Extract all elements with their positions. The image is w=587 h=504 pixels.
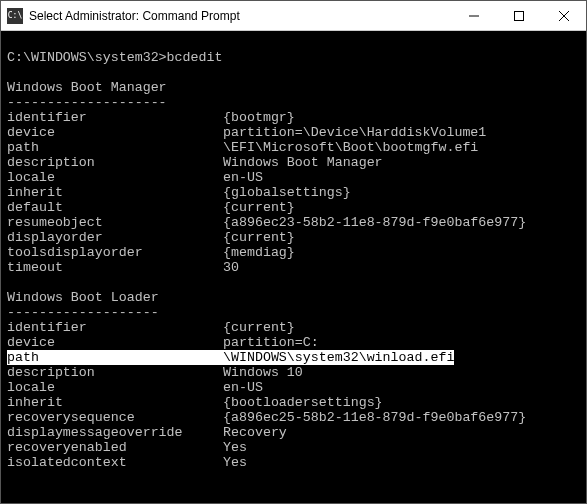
terminal-row: default{current} [7, 200, 580, 215]
row-value: {current} [223, 200, 295, 215]
row-value: en-US [223, 170, 263, 185]
row-key: locale [7, 380, 223, 395]
close-button[interactable] [541, 1, 586, 30]
terminal-row: displaymessageoverrideRecovery [7, 425, 580, 440]
minimize-icon [469, 11, 479, 21]
terminal-row: devicepartition=C: [7, 335, 580, 350]
terminal-blank-line [7, 275, 580, 290]
row-value: {globalsettings} [223, 185, 351, 200]
row-key: displayorder [7, 230, 223, 245]
terminal-line: ------------------- [7, 305, 580, 320]
row-value: {a896ec25-58b2-11e8-879d-f9e0baf6e977} [223, 410, 526, 425]
row-key: toolsdisplayorder [7, 245, 223, 260]
command-prompt-window: C:\ Select Administrator: Command Prompt… [0, 0, 587, 504]
row-value: Yes [223, 455, 247, 470]
svg-rect-1 [514, 11, 523, 20]
terminal-row: path\EFI\Microsoft\Boot\bootmgfw.efi [7, 140, 580, 155]
row-value: partition=\Device\HarddiskVolume1 [223, 125, 486, 140]
row-key: displaymessageoverride [7, 425, 223, 440]
terminal-row: descriptionWindows 10 [7, 365, 580, 380]
row-key: path [7, 140, 223, 155]
terminal-row: identifier{bootmgr} [7, 110, 580, 125]
row-key: device [7, 125, 223, 140]
row-value: \EFI\Microsoft\Boot\bootmgfw.efi [223, 140, 478, 155]
row-key: isolatedcontext [7, 455, 223, 470]
terminal-row: localeen-US [7, 170, 580, 185]
row-key: path [7, 350, 223, 365]
terminal-row: recoveryenabledYes [7, 440, 580, 455]
row-key: identifier [7, 320, 223, 335]
titlebar[interactable]: C:\ Select Administrator: Command Prompt [1, 1, 586, 31]
row-key: description [7, 155, 223, 170]
row-key: inherit [7, 185, 223, 200]
row-value: {memdiag} [223, 245, 295, 260]
maximize-button[interactable] [496, 1, 541, 30]
row-value: en-US [223, 380, 263, 395]
row-key: description [7, 365, 223, 380]
terminal-line: Windows Boot Manager [7, 80, 580, 95]
row-value: Yes [223, 440, 247, 455]
terminal-row: inherit{bootloadersettings} [7, 395, 580, 410]
terminal-row: descriptionWindows Boot Manager [7, 155, 580, 170]
terminal-row: identifier{current} [7, 320, 580, 335]
close-icon [559, 11, 569, 21]
row-key: resumeobject [7, 215, 223, 230]
row-value: Windows Boot Manager [223, 155, 383, 170]
row-key: recoverysequence [7, 410, 223, 425]
terminal-row: localeen-US [7, 380, 580, 395]
row-key: default [7, 200, 223, 215]
terminal-row: displayorder{current} [7, 230, 580, 245]
row-value: {current} [223, 320, 295, 335]
row-value: Recovery [223, 425, 287, 440]
row-key: locale [7, 170, 223, 185]
row-value: {bootmgr} [223, 110, 295, 125]
terminal-row: isolatedcontextYes [7, 455, 580, 470]
row-value: {current} [223, 230, 295, 245]
terminal-row: devicepartition=\Device\HarddiskVolume1 [7, 125, 580, 140]
row-key: inherit [7, 395, 223, 410]
row-value: \WINDOWS\system32\winload.efi [223, 350, 454, 365]
row-key: timeout [7, 260, 223, 275]
window-controls [451, 1, 586, 30]
row-value: 30 [223, 260, 239, 275]
terminal-line: -------------------- [7, 95, 580, 110]
terminal-blank-line [7, 35, 580, 50]
row-value: Windows 10 [223, 365, 303, 380]
terminal-row: recoverysequence{a896ec25-58b2-11e8-879d… [7, 410, 580, 425]
terminal-blank-line [7, 65, 580, 80]
terminal-row: resumeobject{a896ec23-58b2-11e8-879d-f9e… [7, 215, 580, 230]
terminal-line: C:\WINDOWS\system32>bcdedit [7, 50, 580, 65]
maximize-icon [514, 11, 524, 21]
row-value: {a896ec23-58b2-11e8-879d-f9e0baf6e977} [223, 215, 526, 230]
terminal-row: path\WINDOWS\system32\winload.efi [7, 350, 580, 365]
terminal-row: toolsdisplayorder{memdiag} [7, 245, 580, 260]
row-value: partition=C: [223, 335, 319, 350]
row-key: identifier [7, 110, 223, 125]
terminal-blank-line [7, 470, 580, 485]
terminal-row: timeout30 [7, 260, 580, 275]
window-title: Select Administrator: Command Prompt [29, 9, 451, 23]
terminal-line: Windows Boot Loader [7, 290, 580, 305]
terminal-row: inherit{globalsettings} [7, 185, 580, 200]
row-value: {bootloadersettings} [223, 395, 383, 410]
row-key: device [7, 335, 223, 350]
cmd-icon: C:\ [7, 8, 23, 24]
minimize-button[interactable] [451, 1, 496, 30]
terminal-content[interactable]: C:\WINDOWS\system32>bcdeditWindows Boot … [1, 31, 586, 503]
row-key: recoveryenabled [7, 440, 223, 455]
